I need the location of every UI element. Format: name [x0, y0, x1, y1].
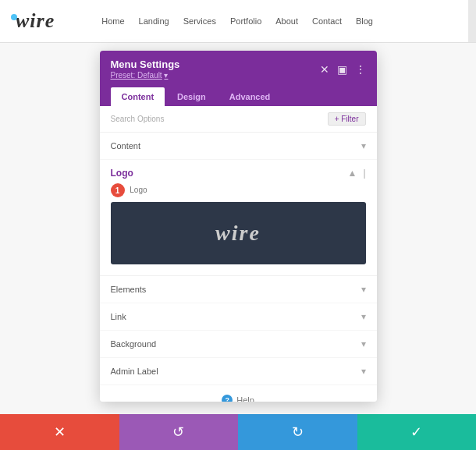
redo-icon: ↻ [292, 423, 304, 441]
logo-header-right: ▲ | [347, 168, 365, 179]
help-row: ? Help [100, 385, 377, 402]
save-icon: ✓ [410, 423, 422, 441]
nav-blog[interactable]: Blog [356, 16, 373, 26]
content-chevron-icon: ▾ [361, 140, 366, 151]
link-chevron-icon: ▾ [361, 311, 366, 322]
nav-about[interactable]: About [275, 16, 298, 26]
logo-more-icon[interactable]: | [363, 168, 365, 179]
site-logo: wire [16, 9, 55, 33]
close-icon: ✕ [54, 423, 66, 441]
panel-preset: Preset: Default ▾ [111, 71, 180, 80]
more-options-icon[interactable]: ⋮ [355, 63, 366, 76]
panel-header-left: Menu Settings Preset: Default ▾ [111, 58, 180, 80]
logo-chevron-up-icon[interactable]: ▲ [347, 168, 357, 179]
help-text[interactable]: Help [236, 395, 254, 402]
website-preview-bar: wire Home Landing Services Portfolio Abo… [0, 0, 476, 43]
nav-services[interactable]: Services [183, 16, 216, 26]
content-section-row[interactable]: Content ▾ [100, 133, 377, 160]
tab-content[interactable]: Content [111, 87, 165, 106]
browser-dot [11, 14, 17, 20]
nav-home[interactable]: Home [101, 16, 124, 26]
link-label: Link [111, 312, 126, 321]
search-row: Search Options + Filter [100, 106, 377, 133]
logo-header: Logo ▲ | [100, 160, 377, 183]
elements-label: Elements [111, 285, 147, 294]
elements-section-row[interactable]: Elements ▾ [100, 276, 377, 303]
nav-contact[interactable]: Contact [312, 16, 342, 26]
content-label: Content [111, 141, 141, 151]
panel-tabs: Content Design Advanced [100, 87, 377, 106]
tab-design[interactable]: Design [166, 87, 217, 106]
logo-section: Logo ▲ | 1 Logo wire [100, 160, 377, 276]
undo-icon: ↺ [172, 423, 184, 441]
undo-btn[interactable]: ↺ [119, 414, 239, 450]
link-section-row[interactable]: Link ▾ [100, 303, 377, 331]
admin-label-label: Admin Label [111, 367, 158, 376]
panel-body: Search Options + Filter Content ▾ Logo ▲… [100, 106, 377, 402]
elements-chevron-icon: ▾ [361, 284, 366, 295]
menu-settings-panel: Menu Settings Preset: Default ▾ ✕ ▣ ⋮ Co… [100, 51, 377, 402]
filter-button[interactable]: + Filter [328, 112, 366, 126]
nav-landing[interactable]: Landing [139, 16, 169, 26]
panel-title: Menu Settings [111, 58, 180, 70]
close-btn[interactable]: ✕ [0, 414, 119, 450]
admin-label-section-row[interactable]: Admin Label ▾ [100, 358, 377, 385]
site-nav: Home Landing Services Portfolio About Co… [101, 16, 373, 26]
tab-advanced[interactable]: Advanced [218, 87, 282, 106]
nav-portfolio[interactable]: Portfolio [230, 16, 261, 26]
save-btn[interactable]: ✓ [357, 414, 477, 450]
background-section-row[interactable]: Background ▾ [100, 331, 377, 358]
logo-section-title: Logo [111, 168, 133, 179]
scrollbar[interactable] [468, 0, 476, 42]
help-icon: ? [222, 395, 233, 402]
logo-badge: 1 [111, 183, 125, 197]
logo-preview[interactable]: wire [111, 202, 366, 264]
logo-preview-text: wire [215, 221, 261, 246]
window-icon[interactable]: ▣ [337, 63, 347, 76]
search-options-label: Search Options [111, 115, 165, 123]
redo-btn[interactable]: ↻ [238, 414, 357, 450]
logo-sub-label: Logo [130, 186, 147, 194]
logo-sub-label-row: 1 Logo [100, 183, 377, 202]
close-panel-icon[interactable]: ✕ [320, 63, 329, 76]
panel-header-right: ✕ ▣ ⋮ [320, 63, 366, 76]
background-chevron-icon: ▾ [361, 338, 366, 349]
main-area: Menu Settings Preset: Default ▾ ✕ ▣ ⋮ Co… [0, 43, 476, 414]
panel-header: Menu Settings Preset: Default ▾ ✕ ▣ ⋮ [100, 51, 377, 87]
admin-label-chevron-icon: ▾ [361, 366, 366, 377]
footer-bar: ✕ ↺ ↻ ✓ [0, 414, 476, 450]
background-label: Background [111, 339, 157, 349]
